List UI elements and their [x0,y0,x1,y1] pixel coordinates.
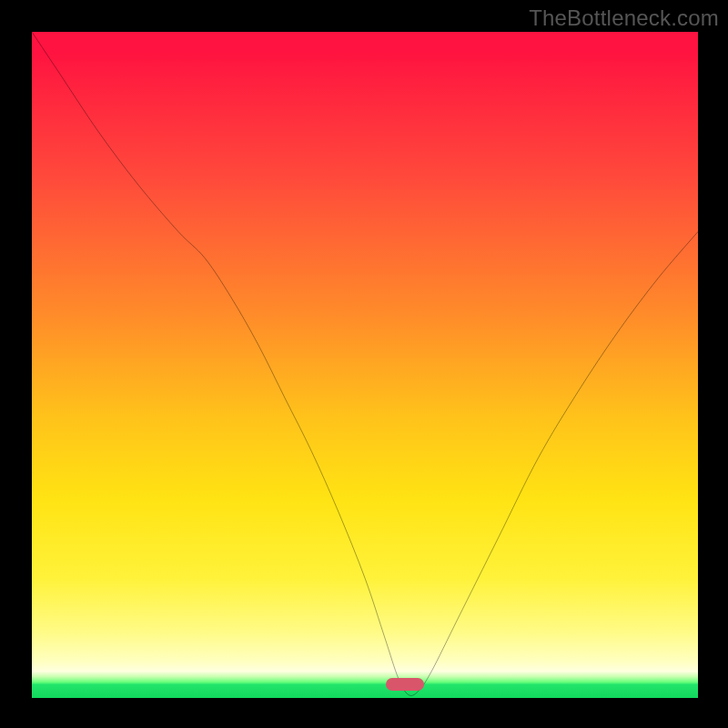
chart-frame: TheBottleneck.com [0,0,728,728]
watermark-text: TheBottleneck.com [529,5,719,31]
curve-svg [32,32,698,698]
bottleneck-curve-path [32,32,698,695]
minimum-marker [386,678,424,691]
plot-area [31,31,699,699]
